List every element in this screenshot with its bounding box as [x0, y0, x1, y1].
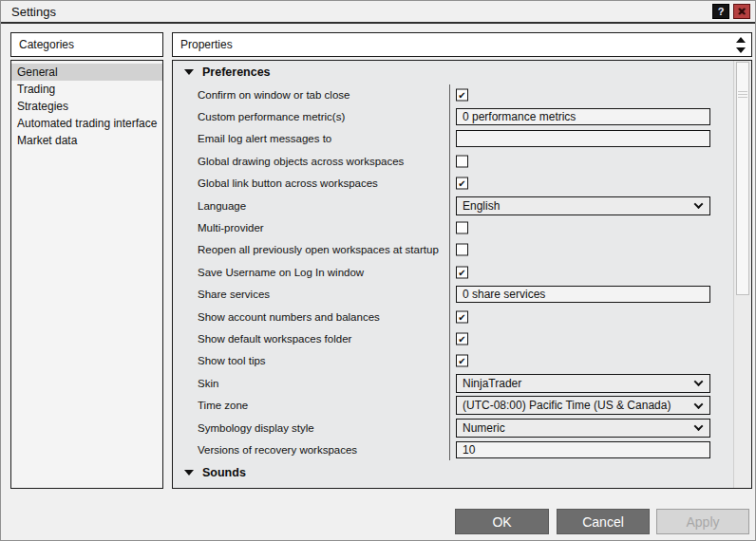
section-title: Sounds	[202, 466, 246, 479]
checkbox[interactable]: ✔	[456, 266, 468, 278]
sidebar-item-market-data[interactable]: Market data	[11, 132, 162, 149]
collapse-triangle-icon	[184, 470, 194, 476]
property-row: Multi-provider	[173, 216, 733, 238]
text-input[interactable]: 10	[456, 441, 710, 458]
property-row: SkinNinjaTrader	[173, 372, 733, 394]
window-title: Settings	[11, 5, 709, 19]
checkbox[interactable]: ✔	[456, 355, 468, 367]
scrollbar-grip-icon	[738, 91, 747, 100]
property-control: ✔	[456, 310, 710, 323]
property-control: NinjaTrader	[456, 374, 710, 393]
cancel-button[interactable]: Cancel	[557, 509, 650, 534]
scroll-spinner	[733, 33, 748, 56]
property-control: (UTC-08:00) Pacific Time (US & Canada)	[456, 396, 710, 415]
property-label: Show account numbers and balances	[198, 311, 380, 323]
scroll-up-icon[interactable]	[736, 37, 746, 43]
property-label: Show tool tips	[198, 355, 266, 366]
checkbox[interactable]	[456, 244, 468, 256]
property-control	[456, 222, 710, 234]
dropdown[interactable]: NinjaTrader	[456, 374, 710, 393]
property-control: 0 share services	[456, 286, 710, 303]
section-header-preferences[interactable]: Preferences	[173, 61, 733, 84]
properties-panel: PreferencesConfirm on window or tab clos…	[172, 60, 752, 489]
dropdown-value: (UTC-08:00) Pacific Time (US & Canada)	[463, 399, 671, 412]
property-label: Global link button across workspaces	[198, 177, 378, 189]
property-label: Show default workspaces folder	[198, 333, 351, 345]
help-button[interactable]: ?	[712, 4, 729, 19]
property-row: Custom performance metric(s)0 performanc…	[173, 105, 733, 127]
property-row: Show account numbers and balances✔	[173, 306, 733, 327]
checkbox[interactable]: ✔	[456, 88, 468, 101]
property-control: ✔	[456, 355, 710, 367]
checkbox[interactable]: ✔	[456, 332, 468, 345]
property-label: Versions of recovery workspaces	[198, 444, 357, 456]
properties-content: PreferencesConfirm on window or tab clos…	[173, 61, 733, 488]
property-control: ✔	[456, 177, 710, 190]
collapse-triangle-icon	[184, 69, 194, 75]
checkbox[interactable]: ✔	[456, 310, 468, 323]
text-input[interactable]	[456, 130, 710, 147]
property-row: Symbology display styleNumeric	[173, 417, 733, 438]
property-row: Global link button across workspaces✔	[173, 173, 733, 195]
property-control	[456, 155, 710, 167]
property-control	[456, 130, 710, 147]
sidebar-item-general[interactable]: General	[11, 64, 162, 81]
property-row: LanguageEnglish	[173, 195, 733, 216]
property-label: Symbology display style	[198, 422, 314, 434]
chevron-down-icon	[694, 400, 704, 409]
sidebar-item-strategies[interactable]: Strategies	[11, 98, 162, 115]
property-label: Email log alert messages to	[198, 133, 331, 144]
dropdown[interactable]: Numeric	[456, 419, 710, 438]
chevron-down-icon	[694, 377, 704, 386]
checkbox[interactable]	[456, 222, 468, 234]
chevron-down-icon	[694, 199, 704, 209]
dropdown-value: Numeric	[463, 421, 505, 435]
chevron-down-icon	[694, 421, 704, 431]
property-control	[456, 244, 710, 256]
sidebar-item-automated-trading-interface[interactable]: Automated trading interface	[11, 115, 162, 132]
dropdown[interactable]: (UTC-08:00) Pacific Time (US & Canada)	[456, 396, 710, 415]
properties-header-label: Properties	[180, 38, 233, 51]
property-label: Multi-provider	[198, 222, 264, 233]
section-header-sounds[interactable]: Sounds	[173, 461, 733, 484]
property-row: Time zone(UTC-08:00) Pacific Time (US & …	[173, 394, 733, 416]
ok-button[interactable]: OK	[455, 509, 549, 534]
dropdown[interactable]: English	[456, 196, 710, 215]
property-label: Reopen all previously open workspaces at…	[198, 244, 439, 255]
property-label: Skin	[198, 378, 218, 389]
text-input[interactable]: 0 performance metrics	[456, 108, 710, 125]
property-label: Save Username on Log In window	[198, 267, 364, 278]
categories-header: Categories	[10, 32, 163, 57]
apply-button[interactable]: Apply	[656, 509, 749, 534]
property-row: Show tool tips✔	[173, 350, 733, 372]
property-rows: Confirm on window or tab close✔Custom pe…	[173, 84, 733, 461]
checkbox[interactable]	[456, 155, 468, 167]
settings-window: Settings ? ✕ Categories GeneralTradingSt…	[0, 0, 756, 541]
property-control: Numeric	[456, 419, 710, 438]
close-button[interactable]: ✕	[733, 4, 750, 19]
property-control: 10	[456, 441, 710, 458]
property-control: English	[456, 196, 710, 215]
categories-list: GeneralTradingStrategiesAutomated tradin…	[10, 60, 163, 489]
property-control: ✔	[456, 88, 710, 101]
scrollbar-thumb[interactable]	[736, 62, 749, 295]
dropdown-value: English	[463, 199, 500, 213]
property-control: 0 performance metrics	[456, 108, 710, 125]
text-input[interactable]: 0 share services	[456, 286, 710, 303]
dropdown-value: NinjaTrader	[463, 377, 521, 390]
property-row: Versions of recovery workspaces10	[173, 438, 733, 460]
property-row: Global drawing objects across workspaces	[173, 150, 733, 172]
property-label: Global drawing objects across workspaces	[198, 156, 404, 167]
property-label: Confirm on window or tab close	[198, 89, 350, 101]
titlebar: Settings ? ✕	[1, 1, 755, 24]
property-label: Time zone	[198, 400, 248, 411]
property-label: Language	[198, 200, 246, 212]
property-label: Share services	[198, 289, 270, 300]
property-row: Confirm on window or tab close✔	[173, 84, 733, 105]
checkbox[interactable]: ✔	[456, 177, 468, 190]
property-row: Share services0 share services	[173, 284, 733, 306]
sidebar-item-trading[interactable]: Trading	[11, 81, 162, 98]
scrollbar[interactable]	[733, 61, 751, 488]
scroll-down-icon[interactable]	[736, 47, 746, 53]
property-label: Custom performance metric(s)	[198, 111, 345, 122]
